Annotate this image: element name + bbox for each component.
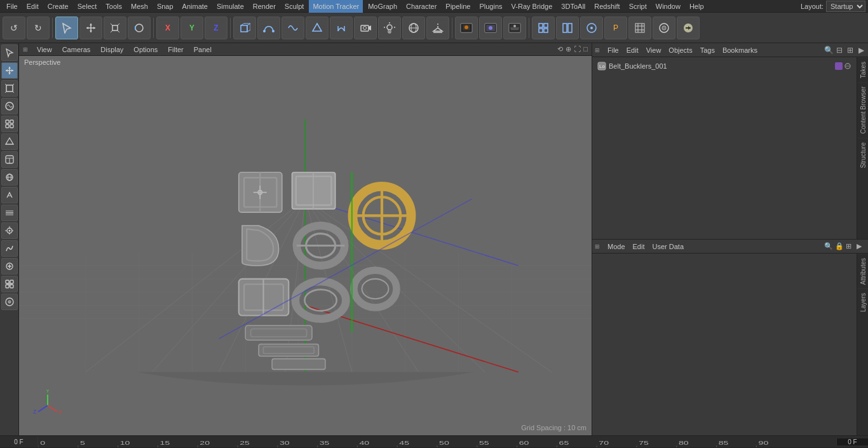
viewport-grid-button[interactable] xyxy=(628,17,651,39)
render-settings-button[interactable] xyxy=(503,17,526,39)
menu-edit[interactable]: Edit xyxy=(23,0,43,13)
attr-userdata-menu[interactable]: User Data xyxy=(650,243,687,250)
camera-button[interactable] xyxy=(354,17,377,39)
sidebar-btn-6[interactable] xyxy=(1,133,18,150)
sidebar-btn-11[interactable] xyxy=(1,222,18,239)
viewport-pan-button[interactable]: P xyxy=(604,17,627,39)
attr-search-icon[interactable]: 🔍 xyxy=(824,242,833,251)
viewport-icon-3[interactable]: ⛶ xyxy=(574,45,581,53)
sidebar-btn-13[interactable] xyxy=(1,258,18,275)
viewport-rotate-button[interactable] xyxy=(580,17,603,39)
rotate-button[interactable] xyxy=(128,17,151,39)
z-axis-button[interactable]: Z xyxy=(205,17,227,39)
nurbs-button[interactable] xyxy=(281,17,304,39)
tree-item-belt-bucklers[interactable]: Lo Belt_Bucklers_001 xyxy=(595,60,854,72)
attr-mode-menu[interactable]: Mode xyxy=(605,243,628,250)
structure-tab[interactable]: Structure xyxy=(857,138,868,172)
viewport-panel-menu[interactable]: Panel xyxy=(190,46,215,53)
obj-objects-menu[interactable]: Objects xyxy=(666,46,695,54)
tree-item-color-dot[interactable] xyxy=(835,62,843,70)
sidebar-btn-2[interactable] xyxy=(1,62,18,79)
menu-window[interactable]: Window xyxy=(652,0,684,13)
obj-tags-menu[interactable]: Tags xyxy=(698,46,717,54)
y-axis-button[interactable]: Y xyxy=(180,17,203,39)
menu-redshift[interactable]: Redshift xyxy=(590,0,623,13)
move-button[interactable] xyxy=(79,17,102,39)
render-region-button[interactable] xyxy=(455,17,478,39)
obj-bookmarks-menu[interactable]: Bookmarks xyxy=(720,46,760,54)
menu-pipeline[interactable]: Pipeline xyxy=(442,0,474,13)
menu-tools[interactable]: Tools xyxy=(102,0,126,13)
content-browser-tab[interactable]: Content Browser xyxy=(857,82,868,137)
deform-button[interactable] xyxy=(330,17,353,39)
sidebar-btn-12[interactable] xyxy=(1,240,18,257)
sidebar-btn-5[interactable] xyxy=(1,116,18,132)
viewport-view-menu[interactable]: View xyxy=(33,46,56,53)
sidebar-btn-3[interactable] xyxy=(1,80,18,97)
menu-animate[interactable]: Animate xyxy=(179,0,212,13)
video-post-button[interactable] xyxy=(653,17,675,39)
attributes-tab[interactable]: Attributes xyxy=(857,254,868,288)
sidebar-btn-9[interactable] xyxy=(1,187,18,203)
menu-help[interactable]: Help xyxy=(686,0,708,13)
redo-button[interactable]: ↻ xyxy=(27,17,50,39)
takes-tab[interactable]: Takes xyxy=(857,57,868,82)
sidebar-btn-14[interactable] xyxy=(1,276,18,292)
viewport-canvas[interactable]: Perspective X Y Z Grid Spacing : 10 cm xyxy=(19,56,592,435)
floor-button[interactable] xyxy=(426,17,449,39)
attr-edit-menu[interactable]: Edit xyxy=(630,243,648,250)
tree-item-dot-2[interactable] xyxy=(844,62,851,70)
layout-dropdown[interactable]: Startup xyxy=(826,1,865,12)
sidebar-btn-7[interactable] xyxy=(1,151,18,168)
menu-render[interactable]: Render xyxy=(249,0,280,13)
spline-button[interactable] xyxy=(257,17,280,39)
layers-tab[interactable]: Layers xyxy=(857,288,868,316)
obj-edit-menu[interactable]: Edit xyxy=(624,46,641,54)
render-view-button[interactable] xyxy=(479,17,502,39)
timeline-track[interactable]: 0 5 10 15 20 25 30 35 40 45 50 55 60 65 … xyxy=(38,436,836,447)
menu-script[interactable]: Script xyxy=(625,0,651,13)
menu-mesh[interactable]: Mesh xyxy=(127,0,152,13)
menu-snap[interactable]: Snap xyxy=(153,0,177,13)
select-mode-button[interactable] xyxy=(55,17,78,39)
scale-button[interactable] xyxy=(104,17,126,39)
obj-file-menu[interactable]: File xyxy=(605,46,621,54)
sidebar-btn-10[interactable] xyxy=(1,205,18,221)
light-button[interactable] xyxy=(378,17,401,39)
menu-motion-tracker[interactable]: Motion Tracker xyxy=(309,0,363,13)
sidebar-btn-8[interactable] xyxy=(1,169,18,186)
attr-scroll-icon[interactable]: ▶ xyxy=(857,242,865,251)
menu-file[interactable]: File xyxy=(3,0,22,13)
viewport-options-menu[interactable]: Options xyxy=(130,46,161,53)
viewport-object-button[interactable] xyxy=(532,17,555,39)
viewport-icon-2[interactable]: ⊕ xyxy=(566,45,571,53)
sidebar-btn-15[interactable] xyxy=(1,294,18,310)
viewport-icon-1[interactable]: ⟲ xyxy=(557,45,563,53)
menu-3dtoall[interactable]: 3DToAll xyxy=(557,0,589,13)
menu-simulate[interactable]: Simulate xyxy=(213,0,248,13)
cube-button[interactable] xyxy=(233,17,256,39)
x-axis-button[interactable]: X xyxy=(156,17,179,39)
menu-vray[interactable]: V-Ray Bridge xyxy=(508,0,557,13)
undo-button[interactable]: ↺ xyxy=(3,17,25,39)
obj-more-icon[interactable]: ⊞ xyxy=(846,46,855,55)
attr-lock-icon[interactable]: 🔒 xyxy=(835,242,844,251)
viewport-filter-menu[interactable]: Filter xyxy=(164,46,187,53)
viewport-move-button[interactable] xyxy=(556,17,579,39)
obj-filter-icon[interactable]: ⊟ xyxy=(835,46,844,55)
obj-view-menu[interactable]: View xyxy=(644,46,664,54)
script-btn[interactable] xyxy=(677,17,700,39)
null-button[interactable] xyxy=(306,17,329,39)
menu-mograph[interactable]: MoGraph xyxy=(364,0,401,13)
viewport-icon-4[interactable]: □ xyxy=(583,45,588,53)
obj-search-icon[interactable]: 🔍 xyxy=(824,46,833,55)
attr-more-icon[interactable]: ⊞ xyxy=(846,242,855,251)
menu-create[interactable]: Create xyxy=(44,0,72,13)
menu-select[interactable]: Select xyxy=(74,0,101,13)
menu-character[interactable]: Character xyxy=(402,0,440,13)
menu-sculpt[interactable]: Sculpt xyxy=(281,0,308,13)
viewport-cameras-menu[interactable]: Cameras xyxy=(58,46,95,53)
menu-plugins[interactable]: Plugins xyxy=(475,0,506,13)
material-button[interactable] xyxy=(402,17,425,39)
sidebar-btn-4[interactable] xyxy=(1,98,18,114)
